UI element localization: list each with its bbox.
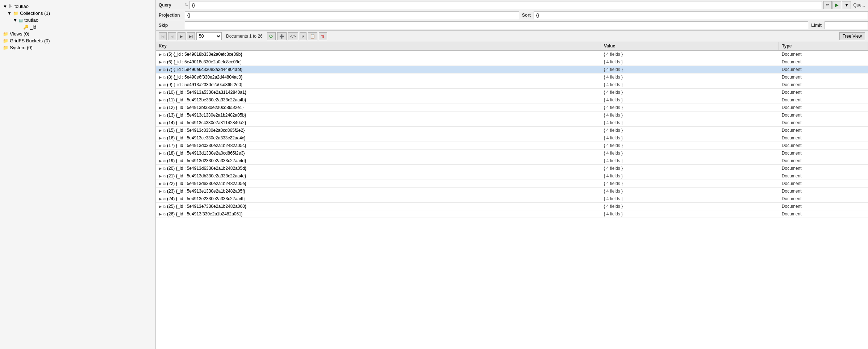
projection-input[interactable] bbox=[185, 11, 519, 19]
row-expand-icon[interactable]: ▶ bbox=[159, 136, 162, 140]
table-row[interactable]: ▶⧉(18) {_id : 5e4913d1330e2a0cd865f2e3}{… bbox=[156, 150, 868, 157]
type-cell: Document bbox=[779, 66, 868, 73]
row-expand-icon[interactable]: ▶ bbox=[159, 105, 162, 110]
type-cell: Document bbox=[779, 172, 868, 180]
sidebar-item-gridfs[interactable]: 📁 GridFS Buckets (0) bbox=[0, 37, 155, 44]
table-row[interactable]: ▶⧉(23) {_id : 5e4913e1330e2a1b2482a05f}{… bbox=[156, 188, 868, 195]
row-expand-icon[interactable]: ▶ bbox=[159, 189, 162, 193]
sort-label: Sort bbox=[519, 12, 534, 19]
per-page-select[interactable]: 50 100 200 bbox=[196, 32, 222, 40]
skip-input[interactable] bbox=[185, 21, 808, 29]
sidebar-item-id[interactable]: 🔑 _id bbox=[0, 24, 155, 30]
table-row[interactable]: ▶⧉(24) {_id : 5e4913e2330e2a333c22aa4f}{… bbox=[156, 195, 868, 203]
row-expand-icon[interactable]: ▶ bbox=[159, 67, 162, 72]
row-expand-icon[interactable]: ▶ bbox=[159, 113, 162, 117]
value-cell: { 4 fields } bbox=[601, 81, 779, 89]
first-page-button[interactable]: |◀ bbox=[159, 32, 167, 40]
key-cell: ▶⧉(9) {_id : 5e4913a2330e2a0cd865f2e0} bbox=[156, 81, 601, 89]
refresh-button[interactable]: ⟳ bbox=[267, 32, 276, 40]
table-row[interactable]: ▶⧉(10) {_id : 5e4913a5330e2a31142840a1}{… bbox=[156, 89, 868, 96]
sidebar-item-toutiao[interactable]: ▼ ▤ toutiao bbox=[0, 17, 155, 24]
delete-document-button[interactable]: 🗑 bbox=[319, 32, 327, 40]
next-page-button[interactable]: ▶ bbox=[178, 32, 185, 40]
table-row[interactable]: ▶⧉(26) {_id : 5e4913f330e2a1b2482a061}{ … bbox=[156, 210, 868, 218]
table-row[interactable]: ▶⧉(7) {_id : 5e490e6c330e2a2d44804abf}{ … bbox=[156, 66, 868, 73]
table-row[interactable]: ▶⧉(15) {_id : 5e4913c8330e2a0cd865f2e2}{… bbox=[156, 127, 868, 134]
table-row[interactable]: ▶⧉(13) {_id : 5e4913c1330e2a1b2482a05b}{… bbox=[156, 112, 868, 119]
table-row[interactable]: ▶⧉(25) {_id : 5e4913e7330e2a1b2482a060}{… bbox=[156, 203, 868, 210]
query-input[interactable] bbox=[189, 1, 822, 9]
prev-page-button[interactable]: ◀ bbox=[168, 32, 176, 40]
table-row[interactable]: ▶⧉(9) {_id : 5e4913a2330e2a0cd865f2e0}{ … bbox=[156, 81, 868, 89]
row-expand-icon[interactable]: ▶ bbox=[159, 166, 162, 171]
table-row[interactable]: ▶⧉(5) {_id : 5e49018b330e2a0efc8ce09b}{ … bbox=[156, 50, 868, 58]
type-cell: Document bbox=[779, 157, 868, 165]
query-run-button[interactable]: ▶ bbox=[832, 1, 841, 9]
row-expand-icon[interactable]: ▶ bbox=[159, 159, 162, 163]
row-expand-icon[interactable]: ▶ bbox=[159, 52, 162, 56]
edit-document-button[interactable]: </> bbox=[288, 32, 298, 40]
row-doc-icon: ⧉ bbox=[163, 167, 166, 171]
sidebar-item-system[interactable]: 📁 System (0) bbox=[0, 44, 155, 51]
projection-label: Projection bbox=[156, 12, 185, 19]
type-cell: Document bbox=[779, 134, 868, 142]
table-row[interactable]: ▶⧉(20) {_id : 5e4913d6330e2a1b2482a05d}{… bbox=[156, 165, 868, 172]
table-row[interactable]: ▶⧉(21) {_id : 5e4913db330e2a333c22aa4e}{… bbox=[156, 172, 868, 180]
row-expand-icon[interactable]: ▶ bbox=[159, 98, 162, 102]
sort-input[interactable] bbox=[534, 11, 868, 19]
table-row[interactable]: ▶⧉(12) {_id : 5e4913bf330e2a0cd865f2e1}{… bbox=[156, 104, 868, 112]
main-panel: Query ⇅ ✏ ▶ ▼ Que... Projection Sort Ski… bbox=[156, 0, 868, 349]
tree-view-button[interactable]: Tree View bbox=[839, 32, 865, 40]
table-row[interactable]: ▶⧉(17) {_id : 5e4913d0330e2a1b2482a05c}{… bbox=[156, 142, 868, 150]
table-row[interactable]: ▶⧉(22) {_id : 5e4913de330e2a1b2482a05e}{… bbox=[156, 180, 868, 188]
skip-row: Skip Limit bbox=[156, 20, 868, 30]
value-cell: { 4 fields } bbox=[601, 66, 779, 73]
query-label: Query bbox=[156, 1, 185, 9]
system-label: System (0) bbox=[10, 45, 33, 50]
table-row[interactable]: ▶⧉(14) {_id : 5e4913c4330e2a31142840a2}{… bbox=[156, 119, 868, 127]
table-row[interactable]: ▶⧉(8) {_id : 5e490e6f330e2a2d44804ac0}{ … bbox=[156, 73, 868, 81]
query-dropdown-button[interactable]: ▼ bbox=[842, 1, 851, 9]
id-field-label: _id bbox=[30, 24, 36, 30]
last-page-button[interactable]: ▶| bbox=[187, 32, 195, 40]
row-expand-icon[interactable]: ▶ bbox=[159, 83, 162, 87]
type-cell: Document bbox=[779, 188, 868, 195]
row-expand-icon[interactable]: ▶ bbox=[159, 143, 162, 148]
table-row[interactable]: ▶⧉(16) {_id : 5e4913ce330e2a333c22aa4c}{… bbox=[156, 134, 868, 142]
key-cell: ▶⧉(7) {_id : 5e490e6c330e2a2d44804abf} bbox=[156, 66, 601, 73]
row-expand-icon[interactable]: ▶ bbox=[159, 60, 162, 64]
key-cell: ▶⧉(22) {_id : 5e4913de330e2a1b2482a05e} bbox=[156, 180, 601, 188]
key-cell: ▶⧉(20) {_id : 5e4913d6330e2a1b2482a05d} bbox=[156, 165, 601, 172]
row-expand-icon[interactable]: ▶ bbox=[159, 181, 162, 186]
row-expand-icon[interactable]: ▶ bbox=[159, 204, 162, 209]
row-expand-icon[interactable]: ▶ bbox=[159, 151, 162, 155]
table-row[interactable]: ▶⧉(6) {_id : 5e49018c330e2a0efc8ce09c}{ … bbox=[156, 58, 868, 66]
copy-document-button[interactable]: ⎘ bbox=[300, 32, 306, 40]
table-row[interactable]: ▶⧉(19) {_id : 5e4913d2330e2a333c22aa4d}{… bbox=[156, 157, 868, 165]
type-cell: Document bbox=[779, 165, 868, 172]
sidebar-item-db[interactable]: ▼ 🗄 toutiao bbox=[0, 3, 155, 10]
sidebar-item-collections[interactable]: ▼ 📁 Collections (1) bbox=[0, 10, 155, 17]
row-expand-icon[interactable]: ▶ bbox=[159, 75, 162, 79]
value-cell: { 4 fields } bbox=[601, 96, 779, 104]
table-row[interactable]: ▶⧉(11) {_id : 5e4913be330e2a333c22aa4b}{… bbox=[156, 96, 868, 104]
row-expand-icon[interactable]: ▶ bbox=[159, 121, 162, 125]
row-expand-icon[interactable]: ▶ bbox=[159, 212, 162, 216]
row-expand-icon[interactable]: ▶ bbox=[159, 174, 162, 178]
key-cell: ▶⧉(24) {_id : 5e4913e2330e2a333c22aa4f} bbox=[156, 195, 601, 203]
row-expand-icon[interactable]: ▶ bbox=[159, 197, 162, 201]
query-edit-button[interactable]: ✏ bbox=[823, 1, 832, 9]
row-doc-icon: ⧉ bbox=[163, 212, 166, 216]
row-doc-icon: ⧉ bbox=[163, 68, 166, 72]
value-cell: { 4 fields } bbox=[601, 180, 779, 188]
type-cell: Document bbox=[779, 73, 868, 81]
value-cell: { 4 fields } bbox=[601, 172, 779, 180]
limit-input[interactable] bbox=[825, 21, 868, 29]
sidebar-item-views[interactable]: 📁 Views (0) bbox=[0, 30, 155, 37]
row-expand-icon[interactable]: ▶ bbox=[159, 90, 162, 94]
value-cell: { 4 fields } bbox=[601, 165, 779, 172]
row-doc-icon: ⧉ bbox=[163, 75, 166, 79]
paste-document-button[interactable]: 📋 bbox=[308, 32, 317, 40]
add-document-button[interactable]: ➕ bbox=[277, 32, 287, 40]
row-expand-icon[interactable]: ▶ bbox=[159, 128, 162, 133]
